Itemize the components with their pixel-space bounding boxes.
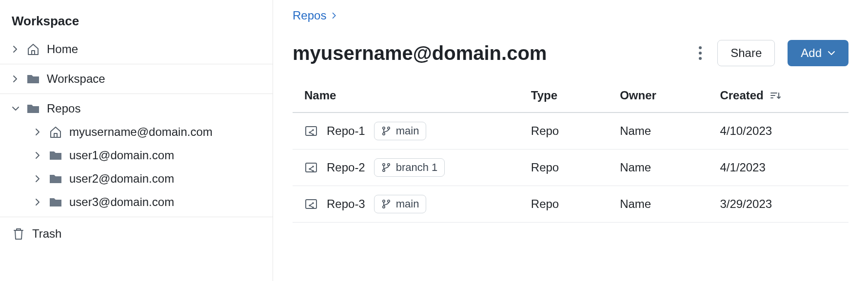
actions: Share Add xyxy=(696,40,848,66)
sidebar-item-label: Workspace xyxy=(47,72,105,86)
sidebar-item-label: user2@domain.com xyxy=(69,172,174,186)
chevron-right-icon xyxy=(12,45,20,53)
button-label: Add xyxy=(801,46,822,60)
divider xyxy=(0,94,273,94)
sidebar-header: Workspace xyxy=(0,10,273,37)
main: Repos myusername@domain.com Share Add Na… xyxy=(273,0,868,281)
cell-type: Repo xyxy=(526,112,615,150)
cell-owner: Name xyxy=(615,150,715,186)
repo-icon xyxy=(304,197,318,211)
repo-name: Repo-3 xyxy=(327,197,365,211)
cell-owner: Name xyxy=(615,112,715,150)
sidebar-item-repos[interactable]: Repos xyxy=(0,97,273,120)
title-row: myusername@domain.com Share Add xyxy=(293,40,848,66)
share-button[interactable]: Share xyxy=(717,40,775,66)
folder-icon xyxy=(49,172,62,186)
sidebar-item-label: user3@domain.com xyxy=(69,195,174,209)
home-icon xyxy=(49,125,62,139)
column-header-name[interactable]: Name xyxy=(293,82,526,112)
branch-tag[interactable]: main xyxy=(374,195,427,213)
branch-icon xyxy=(381,126,391,136)
column-header-owner[interactable]: Owner xyxy=(615,82,715,112)
column-header-created[interactable]: Created xyxy=(715,82,848,112)
repo-table: Name Type Owner Created Repo-1 xyxy=(293,82,848,223)
branch-icon xyxy=(381,162,391,173)
cell-type: Repo xyxy=(526,186,615,223)
folder-icon xyxy=(26,72,40,86)
sidebar-item-user-user1[interactable]: user1@domain.com xyxy=(0,144,273,167)
sidebar-item-user-user3[interactable]: user3@domain.com xyxy=(0,190,273,214)
branch-label: branch 1 xyxy=(396,161,438,174)
more-menu-button[interactable] xyxy=(696,43,705,63)
breadcrumb: Repos xyxy=(293,9,848,22)
repo-icon xyxy=(304,161,318,174)
sidebar-item-user-myusername[interactable]: myusername@domain.com xyxy=(0,120,273,144)
button-label: Share xyxy=(730,46,762,60)
table-row[interactable]: Repo-1 main Repo Name 4/10/2023 xyxy=(293,112,848,150)
sidebar-item-trash[interactable]: Trash xyxy=(0,220,273,247)
folder-icon xyxy=(49,149,62,162)
column-header-type[interactable]: Type xyxy=(526,82,615,112)
branch-label: main xyxy=(396,125,419,137)
sort-descending-icon xyxy=(769,91,781,100)
chevron-right-icon xyxy=(34,175,42,183)
chevron-right-icon xyxy=(34,128,42,136)
cell-created: 4/10/2023 xyxy=(715,112,848,150)
chevron-right-icon xyxy=(12,75,20,83)
chevron-right-icon xyxy=(331,12,338,19)
branch-label: main xyxy=(396,198,419,210)
sidebar-item-workspace[interactable]: Workspace xyxy=(0,67,273,91)
sidebar-item-label: Home xyxy=(47,42,78,56)
repo-name: Repo-1 xyxy=(327,124,365,138)
repo-icon xyxy=(304,124,318,138)
sidebar-item-label: myusername@domain.com xyxy=(69,125,213,139)
sidebar: Workspace Home Workspace Repos myusernam… xyxy=(0,0,273,281)
cell-owner: Name xyxy=(615,186,715,223)
chevron-right-icon xyxy=(34,198,42,206)
cell-type: Repo xyxy=(526,150,615,186)
table-row[interactable]: Repo-2 branch 1 Repo Name 4/1/2023 xyxy=(293,150,848,186)
divider xyxy=(0,217,273,217)
folder-icon xyxy=(26,102,40,115)
table-row[interactable]: Repo-3 main Repo Name 3/29/2023 xyxy=(293,186,848,223)
breadcrumb-link-repos[interactable]: Repos xyxy=(293,9,326,22)
branch-tag[interactable]: branch 1 xyxy=(374,158,445,177)
folder-icon xyxy=(49,195,62,209)
sidebar-item-home[interactable]: Home xyxy=(0,37,273,61)
cell-created: 4/1/2023 xyxy=(715,150,848,186)
trash-icon xyxy=(12,227,25,241)
branch-icon xyxy=(381,199,391,209)
sidebar-item-label: Trash xyxy=(32,227,61,241)
sidebar-item-label: Repos xyxy=(47,102,80,115)
add-button[interactable]: Add xyxy=(788,40,848,66)
branch-tag[interactable]: main xyxy=(374,122,427,140)
chevron-down-icon xyxy=(828,49,835,57)
home-icon xyxy=(26,42,40,56)
column-header-label: Created xyxy=(720,89,763,102)
repo-name: Repo-2 xyxy=(327,161,365,174)
chevron-right-icon xyxy=(34,151,42,159)
page-title: myusername@domain.com xyxy=(293,42,547,64)
divider xyxy=(0,64,273,64)
sidebar-item-user-user2[interactable]: user2@domain.com xyxy=(0,167,273,190)
cell-created: 3/29/2023 xyxy=(715,186,848,223)
sidebar-item-label: user1@domain.com xyxy=(69,149,174,162)
chevron-down-icon xyxy=(12,105,20,112)
